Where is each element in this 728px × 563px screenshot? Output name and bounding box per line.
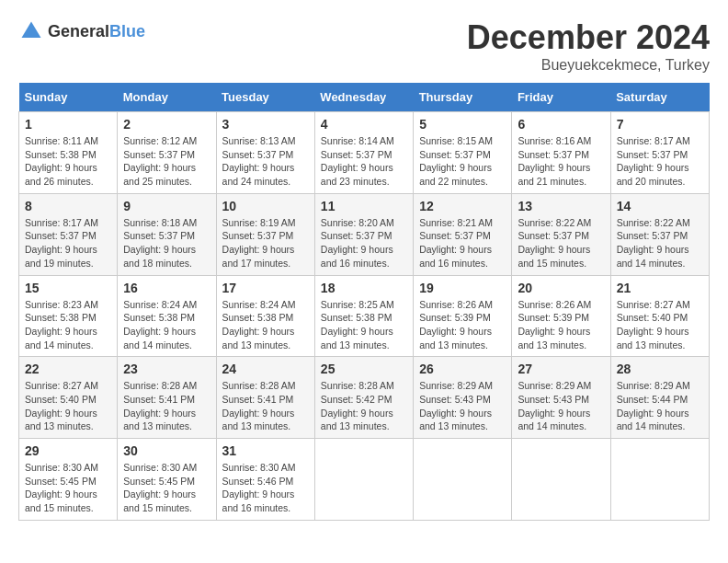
day-number: 20	[518, 281, 604, 295]
logo: GeneralBlue	[18, 18, 145, 44]
calendar-day-cell	[414, 439, 512, 521]
day-number: 25	[321, 362, 407, 376]
header: GeneralBlue December 2024 Bueyuekcekmece…	[18, 18, 710, 74]
calendar-day-cell: 9Sunrise: 8:18 AMSunset: 5:37 PMDaylight…	[118, 193, 216, 275]
weekday-header: Tuesday	[216, 83, 314, 112]
calendar-day-cell: 30Sunrise: 8:30 AMSunset: 5:45 PMDayligh…	[118, 439, 216, 521]
calendar-day-cell: 29Sunrise: 8:30 AMSunset: 5:45 PMDayligh…	[19, 439, 118, 521]
day-number: 24	[222, 362, 309, 376]
day-number: 7	[617, 117, 703, 132]
day-number: 15	[25, 281, 111, 295]
calendar-day-cell: 23Sunrise: 8:28 AMSunset: 5:41 PMDayligh…	[118, 357, 216, 439]
day-detail: Sunrise: 8:30 AMSunset: 5:46 PMDaylight:…	[222, 461, 309, 515]
calendar-day-cell	[610, 439, 709, 521]
calendar-day-cell: 20Sunrise: 8:26 AMSunset: 5:39 PMDayligh…	[512, 275, 610, 357]
month-title: December 2024	[467, 18, 710, 57]
calendar-day-cell	[512, 439, 610, 521]
calendar-day-cell: 31Sunrise: 8:30 AMSunset: 5:46 PMDayligh…	[216, 439, 314, 521]
day-detail: Sunrise: 8:27 AMSunset: 5:40 PMDaylight:…	[25, 379, 111, 433]
day-detail: Sunrise: 8:21 AMSunset: 5:37 PMDaylight:…	[419, 216, 506, 270]
day-detail: Sunrise: 8:29 AMSunset: 5:43 PMDaylight:…	[518, 379, 604, 433]
svg-marker-0	[22, 22, 41, 39]
calendar-day-cell: 4Sunrise: 8:14 AMSunset: 5:37 PMDaylight…	[314, 112, 413, 194]
calendar-day-cell: 19Sunrise: 8:26 AMSunset: 5:39 PMDayligh…	[414, 275, 512, 357]
calendar-day-cell: 6Sunrise: 8:16 AMSunset: 5:37 PMDaylight…	[512, 112, 610, 194]
day-number: 17	[222, 281, 309, 295]
calendar-day-cell: 8Sunrise: 8:17 AMSunset: 5:37 PMDaylight…	[19, 193, 118, 275]
calendar-day-cell: 1Sunrise: 8:11 AMSunset: 5:38 PMDaylight…	[19, 112, 118, 194]
day-number: 30	[123, 443, 210, 458]
location-title: Bueyuekcekmece, Turkey	[467, 57, 710, 74]
calendar-day-cell: 28Sunrise: 8:29 AMSunset: 5:44 PMDayligh…	[610, 357, 709, 439]
day-number: 4	[321, 117, 407, 132]
calendar-day-cell: 27Sunrise: 8:29 AMSunset: 5:43 PMDayligh…	[512, 357, 610, 439]
day-detail: Sunrise: 8:20 AMSunset: 5:37 PMDaylight:…	[321, 216, 407, 270]
calendar-table: SundayMondayTuesdayWednesdayThursdayFrid…	[18, 83, 710, 521]
calendar-day-cell: 14Sunrise: 8:22 AMSunset: 5:37 PMDayligh…	[610, 193, 709, 275]
day-number: 18	[321, 281, 407, 295]
day-detail: Sunrise: 8:24 AMSunset: 5:38 PMDaylight:…	[222, 298, 309, 352]
calendar-week-row: 15Sunrise: 8:23 AMSunset: 5:38 PMDayligh…	[19, 275, 710, 357]
weekday-header: Friday	[512, 83, 610, 112]
calendar-day-cell: 5Sunrise: 8:15 AMSunset: 5:37 PMDaylight…	[414, 112, 512, 194]
day-number: 13	[518, 199, 604, 213]
day-number: 26	[419, 362, 506, 376]
day-detail: Sunrise: 8:22 AMSunset: 5:37 PMDaylight:…	[518, 216, 604, 270]
logo-text-blue: Blue	[109, 22, 145, 40]
day-number: 31	[222, 443, 309, 458]
day-number: 1	[25, 117, 111, 132]
calendar-day-cell: 17Sunrise: 8:24 AMSunset: 5:38 PMDayligh…	[216, 275, 314, 357]
day-number: 29	[25, 443, 111, 458]
day-number: 12	[419, 199, 506, 213]
calendar-day-cell: 12Sunrise: 8:21 AMSunset: 5:37 PMDayligh…	[414, 193, 512, 275]
calendar-day-cell: 26Sunrise: 8:29 AMSunset: 5:43 PMDayligh…	[414, 357, 512, 439]
day-number: 21	[617, 281, 703, 295]
calendar-day-cell: 22Sunrise: 8:27 AMSunset: 5:40 PMDayligh…	[19, 357, 118, 439]
calendar-week-row: 22Sunrise: 8:27 AMSunset: 5:40 PMDayligh…	[19, 357, 710, 439]
day-detail: Sunrise: 8:28 AMSunset: 5:41 PMDaylight:…	[222, 379, 309, 433]
day-number: 10	[222, 199, 309, 213]
calendar-day-cell: 3Sunrise: 8:13 AMSunset: 5:37 PMDaylight…	[216, 112, 314, 194]
day-number: 6	[518, 117, 604, 132]
day-number: 22	[25, 362, 111, 376]
calendar-day-cell: 25Sunrise: 8:28 AMSunset: 5:42 PMDayligh…	[314, 357, 413, 439]
day-detail: Sunrise: 8:24 AMSunset: 5:38 PMDaylight:…	[123, 298, 210, 352]
calendar-day-cell: 18Sunrise: 8:25 AMSunset: 5:38 PMDayligh…	[314, 275, 413, 357]
day-detail: Sunrise: 8:11 AMSunset: 5:38 PMDaylight:…	[25, 134, 111, 189]
calendar-day-cell: 7Sunrise: 8:17 AMSunset: 5:37 PMDaylight…	[610, 112, 709, 194]
weekday-header: Saturday	[610, 83, 709, 112]
day-detail: Sunrise: 8:12 AMSunset: 5:37 PMDaylight:…	[123, 134, 210, 189]
day-detail: Sunrise: 8:23 AMSunset: 5:38 PMDaylight:…	[25, 298, 111, 352]
weekday-header: Thursday	[414, 83, 512, 112]
day-detail: Sunrise: 8:14 AMSunset: 5:37 PMDaylight:…	[321, 134, 407, 189]
calendar-week-row: 8Sunrise: 8:17 AMSunset: 5:37 PMDaylight…	[19, 193, 710, 275]
day-detail: Sunrise: 8:13 AMSunset: 5:37 PMDaylight:…	[222, 134, 309, 189]
calendar-day-cell: 10Sunrise: 8:19 AMSunset: 5:37 PMDayligh…	[216, 193, 314, 275]
weekday-header: Monday	[118, 83, 216, 112]
calendar-day-cell: 15Sunrise: 8:23 AMSunset: 5:38 PMDayligh…	[19, 275, 118, 357]
calendar-week-row: 1Sunrise: 8:11 AMSunset: 5:38 PMDaylight…	[19, 112, 710, 194]
calendar-day-cell: 21Sunrise: 8:27 AMSunset: 5:40 PMDayligh…	[610, 275, 709, 357]
day-detail: Sunrise: 8:29 AMSunset: 5:44 PMDaylight:…	[617, 379, 703, 433]
day-detail: Sunrise: 8:26 AMSunset: 5:39 PMDaylight:…	[419, 298, 506, 352]
calendar-day-cell: 24Sunrise: 8:28 AMSunset: 5:41 PMDayligh…	[216, 357, 314, 439]
calendar-day-cell: 2Sunrise: 8:12 AMSunset: 5:37 PMDaylight…	[118, 112, 216, 194]
day-number: 23	[123, 362, 210, 376]
day-detail: Sunrise: 8:30 AMSunset: 5:45 PMDaylight:…	[25, 461, 111, 515]
calendar-week-row: 29Sunrise: 8:30 AMSunset: 5:45 PMDayligh…	[19, 439, 710, 521]
day-detail: Sunrise: 8:16 AMSunset: 5:37 PMDaylight:…	[518, 134, 604, 189]
weekday-header-row: SundayMondayTuesdayWednesdayThursdayFrid…	[19, 83, 710, 112]
logo-text-general: General	[48, 22, 109, 40]
day-detail: Sunrise: 8:29 AMSunset: 5:43 PMDaylight:…	[419, 379, 506, 433]
day-detail: Sunrise: 8:28 AMSunset: 5:41 PMDaylight:…	[123, 379, 210, 433]
title-area: December 2024 Bueyuekcekmece, Turkey	[467, 18, 710, 74]
day-number: 27	[518, 362, 604, 376]
day-detail: Sunrise: 8:19 AMSunset: 5:37 PMDaylight:…	[222, 216, 309, 270]
logo-icon	[18, 18, 44, 44]
day-number: 3	[222, 117, 309, 132]
day-detail: Sunrise: 8:27 AMSunset: 5:40 PMDaylight:…	[617, 298, 703, 352]
day-number: 8	[25, 199, 111, 213]
weekday-header: Sunday	[19, 83, 118, 112]
day-detail: Sunrise: 8:17 AMSunset: 5:37 PMDaylight:…	[617, 134, 703, 189]
day-number: 28	[617, 362, 703, 376]
